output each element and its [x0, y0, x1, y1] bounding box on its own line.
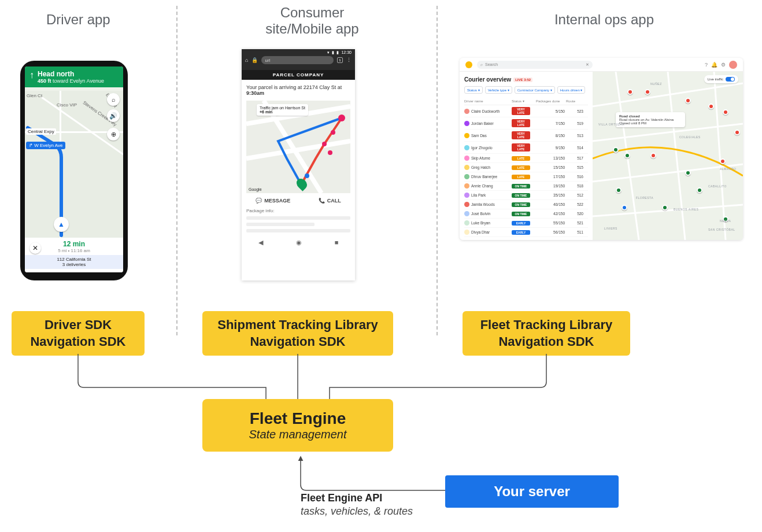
search-icon: ⌕ [480, 62, 483, 66]
traffic-chip: Traffic jam on Harrison St +6 min [257, 104, 308, 116]
heading-consumer: Consumer site/Mobile app [254, 5, 370, 37]
settings-icon[interactable]: ⚙ [721, 62, 726, 68]
nav-cursor-icon [54, 217, 69, 232]
placeholder-line [246, 229, 350, 232]
nav-distance: 450 ft [38, 78, 51, 84]
fleet-engine-box: Fleet Engine State management [202, 399, 393, 452]
table-row[interactable]: Jordan BakerVERY LATE7/150519 [464, 117, 588, 130]
nav-sub: toward Evelyn Avenue [53, 78, 104, 84]
dest-deliveries: 3 deliveries [25, 262, 123, 267]
phone-icon: 📞 [319, 198, 325, 204]
wifi-icon: ▾ [327, 50, 330, 55]
table-row[interactable]: Dhruv BanerjeeLATE17/150516 [464, 172, 588, 182]
call-button[interactable]: 📞CALL [319, 198, 341, 204]
table-row[interactable]: Sam DasVERY LATE8/150513 [464, 130, 588, 142]
heading-driver: Driver app [46, 12, 110, 28]
home-circle-icon[interactable]: ◉ [296, 239, 302, 246]
table-row[interactable]: Jamila WoodsON TIME40/150522 [464, 200, 588, 209]
android-nav-bar: ◀ ◉ ■ [242, 235, 355, 247]
table-row[interactable]: José BolvinON TIME42/150520 [464, 209, 588, 219]
table-row[interactable]: Luke BryanEARLY55/150521 [464, 219, 588, 228]
street-glen: Glen Ct [27, 93, 42, 98]
user-avatar[interactable] [729, 61, 737, 69]
filter-dropdown[interactable]: Status [464, 86, 483, 94]
battery-icon: ▮ [336, 50, 339, 55]
back-icon[interactable]: ◀ [258, 239, 263, 246]
recents-icon[interactable]: ■ [335, 239, 339, 246]
volume-icon[interactable]: 🔊 [107, 109, 120, 122]
column-header[interactable]: Packages done [536, 99, 565, 103]
signal-icon: ▮ [332, 50, 334, 55]
svg-point-3 [338, 114, 345, 121]
clock: 12:30 [341, 50, 352, 55]
google-logo: Google [249, 187, 262, 191]
filter-dropdown[interactable]: Contractor Company [515, 86, 555, 94]
column-header[interactable]: Driver name [464, 99, 511, 103]
api-label: Fleet Engine API tasks, vehicles, & rout… [301, 492, 413, 519]
nav-banner: ↑ Head north 450 ft toward Evelyn Avenue [25, 66, 123, 87]
company-banner: PARCEL COMPANY [242, 70, 355, 80]
arrow-up-icon: ↑ [29, 70, 34, 80]
divider-1 [176, 6, 177, 335]
live-traffic-toggle[interactable]: Live traffic [704, 75, 738, 83]
tabs-icon[interactable]: 1 [337, 57, 343, 63]
search-icon[interactable]: ⌕ [107, 93, 120, 106]
status-bar: ▾ ▮ ▮ 12:30 [242, 49, 355, 56]
table-row[interactable]: Lila ParkON TIME35/150512 [464, 191, 588, 200]
placeholder-line [246, 216, 350, 220]
live-badge: LIVE 3:52 [513, 77, 532, 82]
table-row[interactable]: Divya DharEARLY56/150511 [464, 228, 588, 237]
placeholder-line [246, 223, 315, 226]
message-button[interactable]: 💬MESSAGE [256, 198, 290, 204]
ops-title: Courier overview [464, 76, 511, 83]
svg-point-6 [328, 150, 332, 155]
column-header[interactable]: Route [566, 99, 583, 103]
message-icon: 💬 [256, 198, 262, 204]
ops-dashboard-mock: ⌕ Search ✕ ? 🔔 ⚙ Courier overview LIVE 3… [460, 58, 743, 240]
svg-point-4 [331, 130, 335, 135]
app-logo-icon [465, 61, 472, 68]
heading-ops: Internal ops app [463, 12, 746, 28]
close-icon[interactable]: ✕ [29, 242, 41, 254]
consumer-mock: ▾ ▮ ▮ 12:30 ⌂ 🔒 url 1 ⋮ PARCEL COMPANY Y… [242, 49, 355, 280]
ops-map: Live traffic Road closed Road closure on… [593, 72, 743, 240]
dest-address: 112 California St [25, 257, 123, 262]
svg-point-5 [322, 142, 327, 146]
parcel-time: 9:30am [246, 90, 264, 96]
table-row[interactable]: Greg HatchLATE15/150515 [464, 163, 588, 172]
table-row[interactable]: Annie ChangON TIME19/150518 [464, 182, 588, 191]
home-icon[interactable]: ⌂ [245, 57, 248, 63]
search-input[interactable]: ⌕ Search ✕ [477, 61, 593, 69]
column-header[interactable]: Status ▾ [512, 99, 535, 103]
server-box: Your server [445, 475, 619, 508]
consumer-map: Traffic jam on Harrison St +6 min Google [246, 101, 350, 193]
menu-icon[interactable]: ⋮ [346, 57, 352, 63]
url-bar[interactable]: url [261, 56, 334, 64]
svg-point-7 [305, 173, 309, 178]
compass-icon[interactable]: ⊕ [107, 128, 120, 141]
table-row[interactable]: Igor ZhogoloVERY LATE9/150514 [464, 142, 588, 154]
street-cisco: Cisco VIP [57, 102, 77, 108]
consumer-sdk-box: Shipment Tracking Library Navigation SDK [202, 311, 393, 356]
clear-icon[interactable]: ✕ [586, 62, 589, 67]
filter-dropdown[interactable]: Hours driven [557, 86, 586, 94]
street-expy: Central Expy [26, 128, 56, 135]
help-icon[interactable]: ? [705, 62, 708, 68]
divider-2 [437, 6, 438, 335]
lock-icon: 🔒 [251, 57, 258, 63]
driver-sdk-box: Driver SDK Navigation SDK [12, 311, 145, 356]
package-info-label: Package info: [242, 208, 355, 213]
parcel-msg: Your parcel is arriving at 22174 Clay St… [246, 84, 342, 90]
nav-direction: Head north [38, 70, 104, 78]
table-row[interactable]: Claire DuckworthVERY LATE5/150523 [464, 105, 588, 117]
filter-dropdown[interactable]: Vehicle type [485, 86, 512, 94]
notification-icon[interactable]: 🔔 [711, 62, 717, 68]
ops-sdk-box: Fleet Tracking Library Navigation SDK [463, 311, 630, 356]
phone-bottom-sheet: ✕ 12 min 5 mi • 11:16 am 112 California … [25, 238, 123, 272]
phone-map: Glen Ct Stevens Creek Fwy Cisco VIP Easy… [25, 91, 123, 238]
driver-phone-mock: ↑ Head north 450 ft toward Evelyn Avenue… [20, 61, 128, 280]
map-popup: Road closed Road closure on Av. Valentín… [616, 112, 685, 127]
table-row[interactable]: Skip AfumeLATE13/150517 [464, 154, 588, 163]
street-chip: ↱ W Evelyn Ave [26, 142, 65, 149]
